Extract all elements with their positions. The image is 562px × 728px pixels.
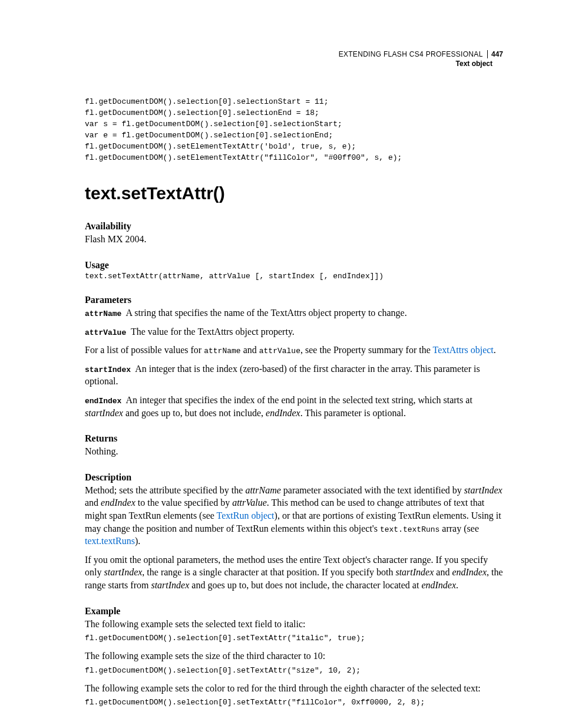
returns-text: Nothing. [85, 445, 503, 458]
param-name: attrName [85, 309, 121, 318]
param-attrvalue: attrValue The value for the TextAttrs ob… [85, 325, 503, 338]
returns-block: Returns Nothing. [85, 433, 503, 458]
param-name: attrValue [85, 328, 126, 337]
param-startindex: startIndex An integer that is the index … [85, 363, 503, 388]
usage-code: text.setTextAttr(attrName, attrValue [, … [85, 272, 503, 281]
description-label: Description [85, 472, 503, 483]
param-desc: An integer that is the index (zero-based… [85, 364, 480, 387]
param-name: startIndex [85, 365, 131, 374]
page-header: EXTENDING FLASH CS4 PROFESSIONAL 447 Tex… [85, 50, 503, 68]
parameters-label: Parameters [85, 295, 503, 305]
param-desc: The value for the TextAttrs object prope… [131, 327, 295, 337]
example-block: Example The following example sets the s… [85, 606, 503, 707]
example-code3: fl.getDocumentDOM().selection[0].setText… [85, 698, 503, 707]
section-title: Text object [85, 59, 503, 68]
example-line2: The following example sets the size of t… [85, 650, 503, 663]
param-endindex: endIndex An integer that specifies the i… [85, 394, 503, 419]
availability-text: Flash MX 2004. [85, 233, 503, 246]
param-name: endIndex [85, 397, 121, 406]
returns-label: Returns [85, 433, 503, 444]
example-code1: fl.getDocumentDOM().selection[0].setText… [85, 634, 503, 643]
example-label: Example [85, 606, 503, 617]
example-code2: fl.getDocumentDOM().selection[0].setText… [85, 666, 503, 675]
page-container: EXTENDING FLASH CS4 PROFESSIONAL 447 Tex… [0, 0, 562, 728]
availability-block: Availability Flash MX 2004. [85, 221, 503, 246]
textrun-object-link[interactable]: TextRun object [217, 510, 275, 521]
entry-title: text.setTextAttr() [85, 183, 503, 203]
description-p1: Method; sets the attribute specified by … [85, 484, 503, 548]
param-list-note: For a list of possible values for attrNa… [85, 344, 503, 357]
textattrs-object-link[interactable]: TextAttrs object [433, 345, 494, 355]
example-line1: The following example sets the selected … [85, 618, 503, 631]
availability-label: Availability [85, 221, 503, 232]
book-title: EXTENDING FLASH CS4 PROFESSIONAL [339, 50, 483, 58]
parameters-block: Parameters attrName A string that specif… [85, 295, 503, 419]
intro-code-block: fl.getDocumentDOM().selection[0].selecti… [85, 97, 503, 163]
param-desc: A string that specifies the name of the … [126, 308, 407, 318]
usage-block: Usage text.setTextAttr(attrName, attrVal… [85, 260, 503, 281]
example-line3: The following example sets the color to … [85, 682, 503, 695]
text-textruns-link[interactable]: text.textRuns [85, 536, 135, 546]
description-block: Description Method; sets the attribute s… [85, 472, 503, 592]
usage-label: Usage [85, 260, 503, 271]
description-p2: If you omit the optional parameters, the… [85, 554, 503, 592]
page-number: 447 [487, 50, 503, 58]
param-attrname: attrName A string that specifies the nam… [85, 307, 503, 319]
